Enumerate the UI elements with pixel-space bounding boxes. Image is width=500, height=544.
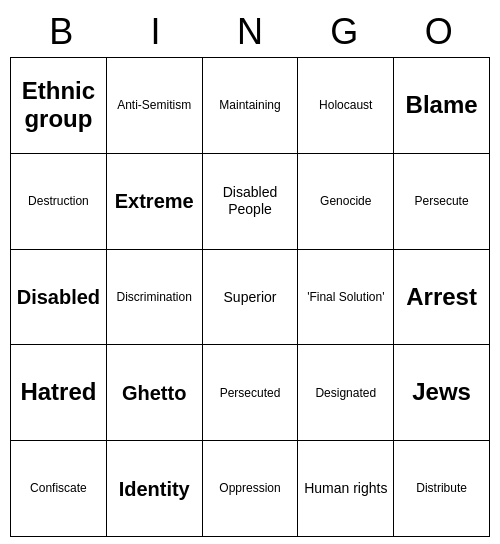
header-letter-O: O	[395, 11, 483, 53]
bingo-cell-20: Confiscate	[11, 441, 107, 537]
bingo-cell-21: Identity	[107, 441, 203, 537]
bingo-cell-17: Persecuted	[203, 345, 299, 441]
bingo-cell-7: Disabled People	[203, 154, 299, 250]
bingo-cell-22: Oppression	[203, 441, 299, 537]
bingo-cell-14: Arrest	[394, 250, 490, 346]
header-letter-N: N	[206, 11, 294, 53]
bingo-cell-19: Jews	[394, 345, 490, 441]
bingo-cell-1: Anti-Semitism	[107, 58, 203, 154]
bingo-cell-9: Persecute	[394, 154, 490, 250]
bingo-cell-8: Genocide	[298, 154, 394, 250]
bingo-cell-12: Superior	[203, 250, 299, 346]
bingo-grid: Ethnic groupAnti-SemitismMaintainingHolo…	[10, 57, 490, 537]
bingo-cell-24: Distribute	[394, 441, 490, 537]
bingo-card: BINGO Ethnic groupAnti-SemitismMaintaini…	[10, 7, 490, 537]
bingo-cell-18: Designated	[298, 345, 394, 441]
bingo-header: BINGO	[10, 7, 490, 57]
bingo-cell-23: Human rights	[298, 441, 394, 537]
bingo-cell-2: Maintaining	[203, 58, 299, 154]
bingo-cell-13: 'Final Solution'	[298, 250, 394, 346]
bingo-cell-5: Destruction	[11, 154, 107, 250]
header-letter-B: B	[17, 11, 105, 53]
bingo-cell-6: Extreme	[107, 154, 203, 250]
bingo-cell-3: Holocaust	[298, 58, 394, 154]
bingo-cell-11: Discrimination	[107, 250, 203, 346]
bingo-cell-10: Disabled	[11, 250, 107, 346]
bingo-cell-16: Ghetto	[107, 345, 203, 441]
header-letter-I: I	[112, 11, 200, 53]
header-letter-G: G	[300, 11, 388, 53]
bingo-cell-15: Hatred	[11, 345, 107, 441]
bingo-cell-0: Ethnic group	[11, 58, 107, 154]
bingo-cell-4: Blame	[394, 58, 490, 154]
